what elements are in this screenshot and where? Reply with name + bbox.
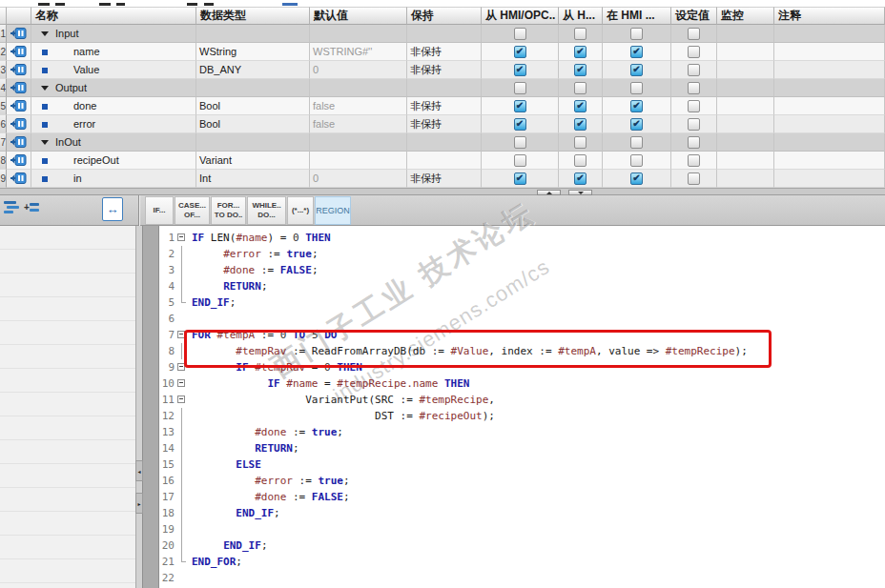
cell-data-type[interactable] xyxy=(196,79,310,97)
cell-comment[interactable] xyxy=(774,61,885,79)
collapse-triangle-icon[interactable] xyxy=(41,31,49,36)
header-data-type[interactable]: 数据类型 xyxy=(196,7,310,25)
snippet-while-button[interactable]: WHILE..DO... xyxy=(247,196,286,225)
code-line[interactable]: 2 #error := true; xyxy=(143,246,885,262)
cell-comment[interactable] xyxy=(774,152,885,170)
cell-name[interactable]: Value xyxy=(31,61,196,79)
cell-comment[interactable] xyxy=(774,97,885,115)
checkbox-from-hmi-opc[interactable] xyxy=(514,118,526,131)
code-lines[interactable]: 1IF LEN(#name) = 0 THEN2 #error := true;… xyxy=(143,230,885,586)
cell-retain[interactable] xyxy=(407,133,482,152)
expand-collapse-button[interactable]: ↔ xyxy=(102,197,123,221)
code-line[interactable]: 17 #done := FALSE; xyxy=(143,489,885,505)
code-text[interactable]: END_IF; xyxy=(192,537,268,554)
cell-name[interactable]: done xyxy=(31,97,196,115)
header-monitor[interactable]: 监控 xyxy=(717,7,774,25)
cell-name[interactable]: error xyxy=(31,115,196,133)
cell-data-type[interactable]: Bool xyxy=(196,115,310,133)
row-number[interactable]: 4 xyxy=(0,79,7,97)
code-line[interactable]: 15 ELSE xyxy=(143,456,885,473)
row-number[interactable]: 6 xyxy=(0,115,7,133)
code-line[interactable]: 22 xyxy=(143,570,885,586)
row-number[interactable]: 5 xyxy=(0,97,7,115)
cell-default-value[interactable] xyxy=(310,152,407,170)
cell-data-type[interactable]: Int xyxy=(196,170,310,188)
table-scrollbar[interactable] xyxy=(0,188,885,195)
checkbox-in-hmi[interactable] xyxy=(630,136,643,149)
snippet-if-button[interactable]: IF... xyxy=(145,196,174,225)
table-row[interactable]: 2nameWStringWSTRING#''非保持 xyxy=(0,43,885,61)
checkbox-from-hmi-opc[interactable] xyxy=(514,136,526,149)
code-line[interactable]: 12 DST := #recipeOut); xyxy=(143,408,885,424)
header-comment[interactable]: 注释 xyxy=(774,7,885,25)
checkbox-in-hmi[interactable] xyxy=(630,154,643,167)
row-number[interactable]: 8 xyxy=(0,152,7,170)
checkbox-from-hmi-opc[interactable] xyxy=(514,82,526,94)
checkbox-from-hmi-opc[interactable] xyxy=(514,154,526,167)
cell-name[interactable]: recipeOut xyxy=(31,152,196,170)
cell-retain[interactable]: 非保持 xyxy=(407,61,482,79)
checkbox-in-hmi[interactable] xyxy=(630,46,643,58)
code-line[interactable]: 5END_IF; xyxy=(143,294,885,311)
checkbox-from-hmi-opc[interactable] xyxy=(514,100,526,112)
code-text[interactable]: #error := true; xyxy=(192,473,350,489)
header-from-hmi[interactable]: 从 H... xyxy=(559,7,603,25)
cell-monitor[interactable] xyxy=(717,25,774,43)
snippet-region-button[interactable]: REGION xyxy=(315,196,351,225)
cell-data-type[interactable]: WString xyxy=(196,43,310,61)
code-text[interactable]: #done := FALSE; xyxy=(192,262,319,278)
cell-default-value[interactable]: WSTRING#'' xyxy=(310,43,407,61)
checkbox-in-hmi[interactable] xyxy=(630,82,643,94)
cell-default-value[interactable] xyxy=(310,79,407,97)
code-text[interactable]: RETURN; xyxy=(192,278,268,294)
collapse-triangle-icon[interactable] xyxy=(41,86,49,91)
cell-data-type[interactable]: Variant xyxy=(196,152,310,170)
cell-monitor[interactable] xyxy=(717,152,774,170)
checkbox-setpoint[interactable] xyxy=(688,46,700,58)
checkbox-setpoint[interactable] xyxy=(688,100,700,112)
cell-monitor[interactable] xyxy=(717,61,774,79)
cell-name[interactable]: in xyxy=(31,170,196,188)
add-segment-icon[interactable]: + xyxy=(24,200,40,213)
checkbox-setpoint[interactable] xyxy=(688,172,700,185)
cell-default-value[interactable]: 0 xyxy=(310,61,407,79)
cell-comment[interactable] xyxy=(774,170,885,188)
cell-retain[interactable] xyxy=(407,79,482,97)
cell-monitor[interactable] xyxy=(717,43,774,61)
table-row[interactable]: 9inInt0非保持 xyxy=(0,170,885,188)
cell-default-value[interactable]: false xyxy=(310,115,407,133)
checkbox-from-hmi[interactable] xyxy=(574,154,587,167)
cell-monitor[interactable] xyxy=(717,79,774,97)
header-from-hmi-opc[interactable]: 从 HMI/OPC.. xyxy=(482,7,559,25)
checkbox-in-hmi[interactable] xyxy=(630,172,643,185)
table-row[interactable]: 5doneBoolfalse非保持 xyxy=(0,97,885,115)
table-row[interactable]: 6errorBoolfalse非保持 xyxy=(0,115,885,133)
checkbox-from-hmi[interactable] xyxy=(574,46,587,58)
checkbox-in-hmi[interactable] xyxy=(630,100,643,112)
table-row[interactable]: 8recipeOutVariant xyxy=(0,152,885,170)
code-text[interactable]: IF #name = #tempRecipe.name THEN xyxy=(192,375,469,392)
checkbox-setpoint[interactable] xyxy=(688,136,700,149)
code-text[interactable]: DST := #recipeOut); xyxy=(192,408,495,424)
code-line[interactable]: 20 END_IF; xyxy=(143,537,885,554)
header-name[interactable]: 名称 xyxy=(31,7,196,25)
checkbox-from-hmi[interactable] xyxy=(574,28,587,40)
code-text[interactable]: END_IF; xyxy=(192,505,280,521)
checkbox-setpoint[interactable] xyxy=(688,28,700,40)
table-row[interactable]: 3ValueDB_ANY0非保持 xyxy=(0,61,885,79)
checkbox-from-hmi[interactable] xyxy=(574,82,587,94)
fold-toggle-icon[interactable] xyxy=(177,230,192,246)
cell-comment[interactable] xyxy=(774,25,885,43)
cell-comment[interactable] xyxy=(774,79,885,97)
header-in-hmi[interactable]: 在 HMI ... xyxy=(603,7,671,25)
cell-retain[interactable]: 非保持 xyxy=(407,43,482,61)
checkbox-from-hmi-opc[interactable] xyxy=(514,46,526,58)
scl-code-editor[interactable]: 1IF LEN(#name) = 0 THEN2 #error := true;… xyxy=(143,226,885,588)
code-text[interactable]: #done := true; xyxy=(192,424,343,440)
cell-data-type[interactable] xyxy=(196,133,310,152)
checkbox-from-hmi-opc[interactable] xyxy=(514,172,526,185)
cell-monitor[interactable] xyxy=(717,133,774,152)
cell-monitor[interactable] xyxy=(717,115,774,133)
header-default-value[interactable]: 默认值 xyxy=(310,7,407,25)
code-line[interactable]: 11 VariantPut(SRC := #tempRecipe, xyxy=(143,392,885,408)
